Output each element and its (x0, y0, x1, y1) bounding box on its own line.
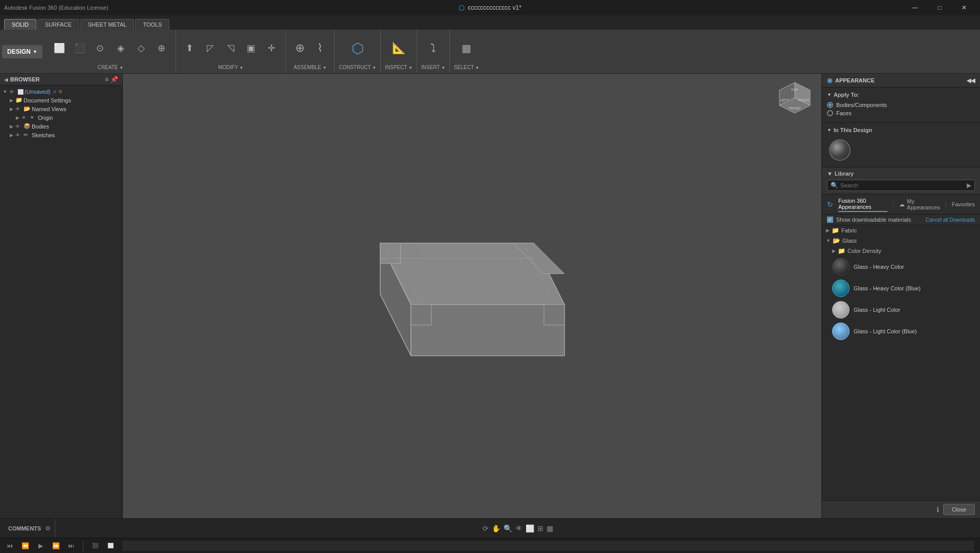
display-mode-icon[interactable]: ⬜ (526, 524, 534, 533)
timeline-start-btn[interactable]: ⏮ (4, 540, 15, 551)
folder-expand-icon: ▶ (826, 228, 830, 233)
chamfer-btn[interactable]: ◹ (221, 39, 241, 57)
origin-icon: ✦ (30, 114, 37, 121)
show-downloadable-checkbox[interactable]: ✓ (827, 217, 833, 223)
pan-icon[interactable]: ✋ (492, 524, 500, 533)
panel-pin-icon[interactable]: ◀◀ (967, 77, 975, 84)
tab-favorites[interactable]: Favorites (952, 200, 975, 208)
titlebar: Autodesk Fusion 360 (Education License) … (0, 0, 980, 15)
appearance-panel-header: ◉ APPEARANCE ◀◀ (822, 74, 980, 88)
mat-heavy-color-blue[interactable]: Glass - Heavy Color (Blue) (822, 278, 980, 299)
tab-sheet-metal[interactable]: SHEET METAL (80, 19, 134, 30)
select-btn[interactable]: ▦ (457, 39, 476, 57)
move-btn[interactable]: ✛ (262, 39, 281, 57)
tab-bar: SOLID SURFACE SHEET METAL TOOLS (0, 15, 980, 30)
timeline-toggle-btn[interactable]: ⬛ (90, 540, 101, 551)
search-go-icon[interactable]: ▶ (967, 182, 971, 189)
show-downloadable-label: Show downloadable materials (836, 217, 911, 223)
orbit-icon[interactable]: ⟳ (483, 524, 489, 533)
ground-btn[interactable]: ⌇ (311, 39, 330, 57)
extrude-btn[interactable]: ⬛ (70, 39, 90, 57)
minimize-button[interactable]: — (903, 0, 927, 15)
fillet-btn[interactable]: ◸ (201, 39, 220, 57)
revolve-btn[interactable]: ⊙ (91, 39, 110, 57)
create-tools: ⬜ ⬛ ⊙ ◈ ◇ ⊕ (50, 32, 171, 65)
in-this-design-section: ▼ In This Design (822, 123, 980, 167)
info-icon[interactable]: ℹ (937, 505, 939, 514)
mat-light-color[interactable]: Glass - Light Color (822, 299, 980, 321)
component-settings-icon[interactable]: ⚙ (58, 89, 62, 94)
in-this-design-header[interactable]: ▼ In This Design (827, 127, 975, 133)
visibility-icon[interactable]: 👁 (9, 89, 16, 95)
search-input[interactable] (840, 182, 965, 188)
comments-label: COMMENTS (8, 525, 41, 531)
timeline-next-btn[interactable]: ⏩ (50, 540, 61, 551)
inspect-btn[interactable]: 📐 (389, 39, 408, 57)
fabric-folder[interactable]: ▶ 📁 Fabric (822, 225, 980, 236)
new-component-btn[interactable]: ⬜ (50, 39, 69, 57)
tree-item-root[interactable]: ▼ 👁 ⬜ (Unsaved) A ⚙ (0, 88, 122, 96)
search-bar[interactable]: 🔍 ▶ (827, 180, 975, 191)
timeline-prev-btn[interactable]: ⏪ (19, 540, 31, 551)
construct-main-btn[interactable]: ⬡ (348, 39, 367, 57)
apply-to-header[interactable]: ▼ Apply To: (827, 92, 975, 98)
library-title[interactable]: ▼ Library (827, 171, 975, 177)
bodies-components-radio[interactable]: Bodies/Components (827, 102, 975, 108)
tab-tools[interactable]: TOOLS (135, 19, 169, 30)
tree-item-bodies[interactable]: ▶ 👁 📦 Bodies (0, 122, 122, 131)
visibility-icon[interactable]: 👁 (21, 115, 29, 120)
refresh-icon[interactable]: ↻ (827, 200, 833, 208)
tree-item-sketches[interactable]: ▶ 👁 ✏ Sketches (0, 131, 122, 139)
faces-radio-button[interactable] (827, 110, 833, 116)
shell-btn[interactable]: ▣ (242, 39, 261, 57)
main-layout: ◀ BROWSER ≡ 📌 ▼ 👁 ⬜ (Unsaved) A ⚙ ▶ 📁 Do… (0, 74, 980, 518)
tree-item-named-views[interactable]: ▶ 👁 📂 Named Views (0, 104, 122, 113)
tab-surface[interactable]: SURFACE (37, 19, 79, 30)
visibility-icon[interactable]: 👁 (15, 107, 23, 112)
glass-folder[interactable]: ▼ 📂 Glass (822, 236, 980, 246)
maximize-button[interactable]: □ (928, 0, 951, 15)
color-density-folder[interactable]: ▶ 📁 Color Density (822, 246, 980, 256)
tree-item-doc-settings[interactable]: ▶ 📁 Document Settings (0, 96, 122, 104)
viewport[interactable]: TOP LEFT RIGHT FRONT (123, 74, 821, 518)
joint-btn[interactable]: ⊕ (290, 39, 310, 57)
timeline-play-btn[interactable]: ▶ (35, 540, 46, 551)
press-pull-btn[interactable]: ⬆ (180, 39, 200, 57)
faces-radio[interactable]: Faces (827, 110, 975, 116)
sweep-btn[interactable]: ◈ (111, 39, 130, 57)
browser-options-icon[interactable]: ≡ (105, 76, 108, 83)
view-settings-icon[interactable]: ▦ (547, 524, 553, 533)
tab-my-appearances[interactable]: ☁ My Appearances (899, 197, 940, 211)
comments-settings-icon[interactable]: ⚙ (45, 525, 51, 532)
design-button[interactable]: DESIGN ▼ (2, 45, 42, 58)
inspect-icon: 📐 (391, 41, 406, 55)
tab-fusion-360-appearances[interactable]: Fusion 360 Appearances (838, 197, 887, 212)
close-button[interactable]: Close (943, 504, 975, 515)
grid-icon[interactable]: ⊞ (537, 524, 543, 533)
viewport-controls: ⟳ ✋ 🔍 👁 ⬜ ⊞ ▦ (59, 524, 976, 533)
select-icon: ▦ (460, 41, 474, 55)
visibility-icon[interactable]: 👁 (15, 133, 23, 138)
tab-solid[interactable]: SOLID (4, 19, 36, 30)
timeline-track[interactable] (122, 541, 974, 551)
visibility-icon[interactable]: 👁 (15, 124, 23, 129)
component-icon: ⬜ (17, 89, 24, 95)
browser-pin-icon[interactable]: 📌 (111, 76, 118, 83)
tree-item-origin[interactable]: ▶ 👁 ✦ Origin (0, 113, 122, 122)
design-chevron: ▼ (33, 49, 37, 54)
timeline-end-btn[interactable]: ⏭ (66, 540, 77, 551)
mat-heavy-color[interactable]: Glass - Heavy Color (822, 256, 980, 278)
select-label: SELECT ▼ (454, 65, 479, 71)
mat-light-color-blue[interactable]: Glass - Light Color (Blue) (822, 321, 980, 342)
create-more-btn[interactable]: ⊕ (152, 39, 171, 57)
loft-btn[interactable]: ◇ (132, 39, 151, 57)
zoom-icon[interactable]: 🔍 (504, 524, 512, 533)
cancel-downloads-button[interactable]: Cancel all Downloads (926, 217, 975, 223)
view-icon[interactable]: 👁 (515, 524, 522, 533)
close-button[interactable]: ✕ (952, 0, 976, 15)
browser-collapse-icon[interactable]: ◀ (4, 77, 8, 82)
view-cube[interactable]: TOP LEFT RIGHT FRONT (774, 80, 815, 122)
insert-btn[interactable]: ⤵ (424, 39, 443, 57)
bodies-radio-button[interactable] (827, 102, 833, 108)
timeline-options-btn[interactable]: ⬜ (105, 540, 116, 551)
